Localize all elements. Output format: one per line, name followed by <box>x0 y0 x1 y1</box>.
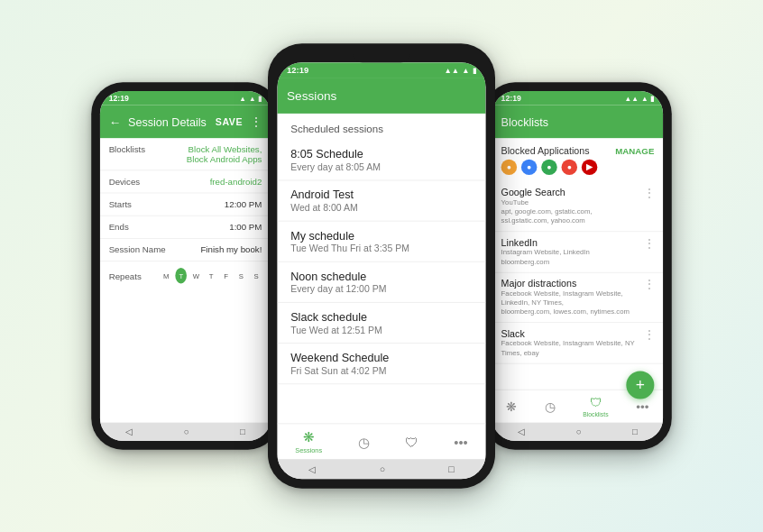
session-name-row: Session Name Finish my book! <box>100 239 271 261</box>
nav-more-icon: ••• <box>454 434 467 449</box>
day-fri[interactable]: F <box>220 268 232 283</box>
session-title-my: My schedule <box>290 229 473 243</box>
day-thu[interactable]: T <box>206 268 217 283</box>
center-app-bar: Sessions <box>278 78 486 114</box>
back-sys-btn[interactable]: ◁ <box>125 427 133 436</box>
blocklist-major-title: Major distractions <box>501 279 644 289</box>
right-nav-sessions[interactable]: ❋ <box>506 399 517 414</box>
session-sub-weekend: Fri Sat Sun at 4:02 PM <box>290 365 473 376</box>
session-sub-slack: Tue Wed at 12:51 PM <box>290 325 473 335</box>
save-button[interactable]: SAVE <box>216 116 243 127</box>
session-title-slack: Slack schedule <box>290 310 473 324</box>
nav-sessions[interactable]: ❋ Sessions <box>295 430 322 454</box>
left-phone-screen: 12:19 ▲ ▲ ▮ ← Session Details SAVE ⋮ <box>100 91 271 441</box>
more-icon[interactable]: ⋮ <box>250 115 262 129</box>
blocklists-value[interactable]: Block All Websites, Block Android Apps <box>166 144 262 163</box>
devices-value[interactable]: fred-android2 <box>210 177 262 187</box>
app-icon-google: ● <box>541 160 556 175</box>
fab-add-button[interactable]: + <box>626 371 654 399</box>
linkedin-more-icon[interactable]: ⋮ <box>644 237 655 250</box>
manage-button[interactable]: MANAGE <box>615 146 654 156</box>
blocklist-google-title: Google Search <box>501 188 644 198</box>
session-name-value[interactable]: Finish my book! <box>200 245 262 255</box>
nav-more[interactable]: ••• <box>454 434 467 449</box>
app-icon-fb: ● <box>521 160 537 175</box>
left-app-bar: ← Session Details SAVE ⋮ <box>100 105 271 139</box>
recents-sys-btn[interactable]: □ <box>240 427 245 436</box>
session-item-weekend[interactable]: Weekend Schedule Fri Sat Sun at 4:02 PM <box>278 344 486 384</box>
right-nav-more[interactable]: ••• <box>636 399 648 414</box>
day-mon[interactable]: M <box>161 268 172 283</box>
starts-label: Starts <box>109 199 157 209</box>
repeats-label: Repeats <box>109 271 157 280</box>
blocklist-major[interactable]: Major distractions Facebook Website, Ins… <box>492 273 663 323</box>
phones-container: 12:19 ▲ ▲ ▮ ← Session Details SAVE ⋮ <box>70 54 693 478</box>
right-phone: 12:19 ▲▲ ▲ ▮ Blocklists Blocked Applicat… <box>483 82 672 449</box>
center-signal-icon: ▲▲ <box>445 66 460 74</box>
slack-more-icon[interactable]: ⋮ <box>644 328 655 341</box>
right-home-btn[interactable]: ○ <box>575 427 581 436</box>
right-signal-icon: ▲▲ <box>625 94 639 102</box>
right-nav-blocklists[interactable]: 🛡 Blocklists <box>583 396 608 417</box>
right-system-nav: ◁ ○ □ <box>492 423 663 441</box>
center-battery-icon: ▮ <box>473 66 476 74</box>
blocklist-linkedin[interactable]: LinkedIn Instagram Website, LinkedInbloo… <box>492 232 663 272</box>
blocklist-google-sub: YouTubeapt, google.com, gstatic.com,ssl.… <box>501 198 644 225</box>
blocked-apps-section: Blocked Applications MANAGE <box>492 138 663 159</box>
blocked-apps-title: Blocked Applications <box>501 145 590 156</box>
back-icon[interactable]: ← <box>109 115 122 129</box>
right-status-time: 12:19 <box>501 94 521 103</box>
center-status-time: 12:19 <box>287 65 308 74</box>
session-title-weekend: Weekend Schedule <box>290 352 473 365</box>
blocklist-slack[interactable]: Slack Facebook Website, Instagram Websit… <box>492 323 663 363</box>
google-more-icon[interactable]: ⋮ <box>644 188 655 200</box>
center-recents-btn[interactable]: □ <box>448 463 454 474</box>
right-nav-history[interactable]: ◷ <box>545 399 556 414</box>
session-sub-my: Tue Wed Thu Fri at 3:35 PM <box>290 243 473 254</box>
blocklist-major-sub: Facebook Website, Instagram Website, Lin… <box>501 289 644 316</box>
sessions-section-header: Scheduled sessions <box>278 114 486 140</box>
nav-shield[interactable]: 🛡 <box>405 434 418 449</box>
center-status-icons: ▲▲ ▲ ▮ <box>445 66 476 74</box>
center-app-title: Sessions <box>287 88 476 103</box>
day-wed[interactable]: W <box>190 268 202 283</box>
app-icon-chrome: ● <box>501 160 517 175</box>
devices-label: Devices <box>109 177 157 187</box>
session-sub-android: Wed at 8:00 AM <box>290 203 473 214</box>
right-recents-btn[interactable]: □ <box>632 427 638 436</box>
session-item-805[interactable]: 8:05 Schedule Every day at 8:05 AM <box>278 140 486 180</box>
center-back-btn[interactable]: ◁ <box>308 463 316 474</box>
center-content: Scheduled sessions 8:05 Schedule Every d… <box>278 114 486 423</box>
day-tue[interactable]: T <box>175 268 187 283</box>
right-status-bar: 12:19 ▲▲ ▲ ▮ <box>492 91 663 105</box>
session-item-android[interactable]: Android Test Wed at 8:00 AM <box>278 181 486 222</box>
session-item-slack[interactable]: Slack schedule Tue Wed at 12:51 PM <box>278 303 486 344</box>
sessions-icon: ❋ <box>303 430 315 445</box>
session-item-my[interactable]: My schedule Tue Wed Thu Fri at 3:35 PM <box>278 222 486 262</box>
center-status-bar: 12:19 ▲▲ ▲ ▮ <box>278 62 486 78</box>
center-system-nav: ◁ ○ □ <box>278 459 486 479</box>
notch <box>354 53 410 63</box>
blocklist-google[interactable]: Google Search YouTubeapt, google.com, gs… <box>492 182 663 232</box>
ends-label: Ends <box>109 223 157 233</box>
ends-value[interactable]: 1:00 PM <box>229 223 262 233</box>
day-sat[interactable]: S <box>235 268 247 283</box>
center-home-btn[interactable]: ○ <box>380 463 385 474</box>
major-more-icon[interactable]: ⋮ <box>644 279 655 291</box>
battery-icon: ▮ <box>258 94 262 102</box>
blocklist-slack-title: Slack <box>501 328 644 339</box>
left-status-time: 12:19 <box>109 94 129 103</box>
session-title-android: Android Test <box>290 188 473 202</box>
session-item-noon[interactable]: Noon schedule Every day at 12:00 PM <box>278 262 486 303</box>
session-title-noon: Noon schedule <box>290 270 473 283</box>
starts-value[interactable]: 12:00 PM <box>225 199 262 209</box>
right-back-btn[interactable]: ◁ <box>518 427 525 436</box>
right-more-icon: ••• <box>636 399 648 414</box>
day-sun[interactable]: S <box>251 268 262 283</box>
right-status-icons: ▲▲ ▲ ▮ <box>625 94 655 102</box>
nav-history[interactable]: ◷ <box>358 434 370 449</box>
right-app-bar: Blocklists <box>492 105 663 139</box>
right-app-title: Blocklists <box>501 115 655 129</box>
home-sys-btn[interactable]: ○ <box>183 427 188 436</box>
app-icon-yt: ▶ <box>582 160 597 175</box>
